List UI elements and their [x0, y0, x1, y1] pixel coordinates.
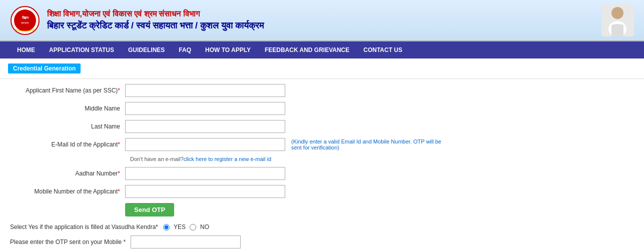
header-text: शिक्षा विभाग,योजना एवं विकास एवं श्रम सं… [47, 10, 601, 31]
vasudha-yes-radio[interactable] [163, 224, 170, 230]
last-name-input[interactable] [125, 120, 285, 133]
header-title1: शिक्षा विभाग,योजना एवं विकास एवं श्रम सं… [47, 10, 601, 18]
nav-home[interactable]: HOME [10, 42, 42, 58]
logo: बिहार सरकार [10, 6, 40, 36]
header-title2: बिहार स्टूडेंट क्रेडिट कार्ड / स्वयं सहा… [47, 20, 601, 31]
first-name-label: Applicant First Name (as per SSC)* [10, 87, 125, 94]
vasudha-no-label[interactable]: NO [200, 224, 209, 230]
last-name-row: Last Name [0, 120, 644, 133]
send-otp-button[interactable]: Send OTP [125, 203, 174, 216]
mobile-row: Mobile Number of the Applicant* [0, 185, 644, 198]
middle-name-input[interactable] [125, 102, 285, 115]
email-hint: (Kindly enter a valid Email Id and Mobil… [291, 138, 441, 150]
first-name-row: Applicant First Name (as per SSC)* [0, 84, 644, 97]
nav-feedback-grievance[interactable]: FEEDBACK AND GRIEVANCE [258, 42, 356, 58]
nav-guidelines[interactable]: GUIDELINES [121, 42, 172, 58]
vasudha-row: Select Yes if the application is filled … [0, 224, 644, 230]
vasudha-label: Select Yes if the application is filled … [10, 224, 163, 230]
email-sub-hint: Don't have an e-mail?click here to regis… [125, 156, 271, 162]
email-label: E-Mail Id of the Applicant* [10, 141, 125, 148]
otp-mobile-row: Please enter the OTP sent on your Mobile… [0, 236, 644, 248]
vasudha-yes-label[interactable]: YES [174, 224, 186, 230]
nav-faq[interactable]: FAQ [172, 42, 198, 58]
credential-generation-label: Credential Generation [8, 64, 81, 74]
aadhar-input[interactable] [125, 167, 285, 180]
register-email-link[interactable]: click here to register a new e-mail id [184, 156, 271, 162]
nav-application-status[interactable]: APPLICATION STATUS [42, 42, 121, 58]
vasudha-options: YES NO [163, 224, 209, 230]
aadhar-label: Aadhar Number* [10, 170, 125, 177]
svg-text:सरकार: सरकार [21, 22, 29, 24]
middle-name-label: Middle Name [10, 105, 125, 112]
navigation: HOME APPLICATION STATUS GUIDELINES FAQ H… [0, 42, 644, 58]
first-name-input[interactable] [125, 84, 285, 97]
last-name-label: Last Name [10, 123, 125, 130]
header: बिहार सरकार शिक्षा विभाग,योजना एवं विकास… [0, 0, 644, 42]
otp-mobile-label: Please enter the OTP sent on your Mobile… [10, 238, 131, 246]
email-row: E-Mail Id of the Applicant* (Kindly ente… [0, 138, 644, 151]
mobile-input[interactable] [125, 185, 285, 198]
svg-point-5 [611, 7, 623, 19]
nav-contact-us[interactable]: CONTACT US [356, 42, 409, 58]
svg-point-1 [14, 10, 36, 32]
vasudha-no-radio[interactable] [190, 224, 196, 230]
minister-photo [601, 4, 634, 36]
svg-text:बिहार: बिहार [22, 16, 29, 20]
otp-mobile-input[interactable] [131, 236, 241, 248]
middle-name-row: Middle Name [0, 102, 644, 115]
email-input[interactable] [125, 138, 285, 151]
nav-how-to-apply[interactable]: HOW TO APPLY [198, 42, 258, 58]
credential-form: Applicant First Name (as per SSC)* Middl… [0, 79, 644, 251]
aadhar-row: Aadhar Number* [0, 167, 644, 180]
mobile-label: Mobile Number of the Applicant* [10, 188, 125, 195]
